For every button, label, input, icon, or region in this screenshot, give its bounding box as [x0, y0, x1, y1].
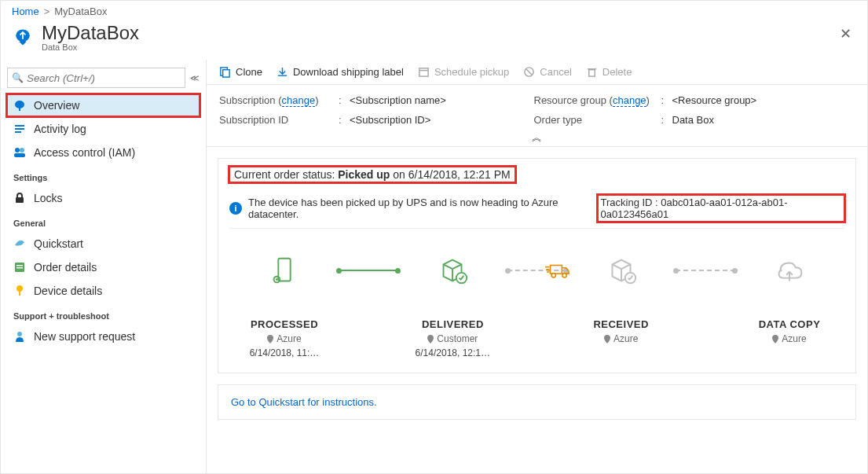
subscription-id-value: <Subscription ID>: [350, 114, 533, 126]
breadcrumb: Home > MyDataBox: [1, 1, 867, 19]
breadcrumb-current: MyDataBox: [54, 6, 107, 17]
connector: [331, 252, 405, 288]
stage-datacopy: DATA COPY Azure: [742, 252, 837, 347]
download-shipping-label-button[interactable]: Download shipping label: [277, 66, 404, 78]
sidebar-item-access-control[interactable]: Access control (IAM): [7, 141, 200, 164]
received-icon: [603, 252, 639, 288]
page-title: MyDataBox: [42, 22, 139, 44]
sidebar-item-label: Overview: [34, 99, 79, 112]
resource-group-value: <Resource group>: [672, 94, 855, 106]
info-icon: i: [229, 202, 242, 215]
toolbar-label: Delete: [602, 66, 632, 78]
download-icon: [277, 66, 288, 78]
databox-icon: [12, 26, 34, 48]
progress-stages: PROCESSED Azure 6/14/2018, 11:… DELIVERE…: [229, 229, 844, 365]
sidebar-item-label: Access control (IAM): [34, 146, 135, 159]
sidebar-item-label: Quickstart: [34, 237, 83, 250]
breadcrumb-home[interactable]: Home: [12, 6, 39, 17]
sidebar-item-label: Device details: [34, 285, 102, 297]
stage-processed: PROCESSED Azure 6/14/2018, 11:…: [237, 252, 331, 358]
schedule-pickup-button: Schedule pickup: [418, 66, 509, 78]
sidebar-item-new-support[interactable]: New support request: [7, 325, 200, 347]
svg-point-12: [16, 285, 23, 292]
svg-rect-2: [15, 125, 24, 127]
svg-rect-11: [16, 267, 23, 269]
status-info-text: The device has been picked up by UPS and…: [248, 197, 591, 220]
order-type-value: Data Box: [672, 114, 855, 126]
sidebar-item-order-details[interactable]: Order details: [7, 256, 200, 278]
sidebar-collapse-button[interactable]: ≪: [190, 73, 200, 83]
stage-delivered: DELIVERED Customer 6/14/2018, 12:1…: [405, 252, 500, 358]
svg-rect-13: [19, 291, 20, 296]
delete-button: Delete: [586, 66, 632, 78]
quickstart-icon: [13, 237, 26, 250]
svg-rect-23: [278, 259, 290, 281]
sidebar-item-overview[interactable]: Overview: [7, 94, 200, 116]
resource-group-label: Resource group: [534, 94, 607, 106]
toolbar-label: Clone: [236, 66, 262, 78]
svg-point-5: [15, 148, 20, 152]
datacopy-icon: [771, 252, 808, 288]
delivered-icon: [434, 252, 471, 288]
svg-rect-8: [16, 197, 24, 203]
access-control-icon: [13, 146, 26, 159]
subscription-label: Subscription: [219, 94, 276, 106]
tracking-id-box: Tracking ID : 0abc01a0-aa01-012a-ab01-0a…: [598, 195, 845, 222]
sidebar-section-support: Support + troubleshoot: [7, 303, 200, 324]
pin-icon: [427, 335, 434, 344]
clone-icon: [219, 66, 231, 78]
activity-log-icon: [13, 123, 26, 135]
stage-received: RECEIVED Azure: [574, 252, 668, 347]
svg-rect-16: [223, 70, 229, 77]
svg-point-14: [17, 332, 22, 336]
breadcrumb-sep: >: [44, 6, 50, 17]
svg-rect-28: [550, 266, 562, 274]
toolbar: Clone Download shipping label Schedule p…: [207, 60, 867, 85]
resource-group-change-link[interactable]: change: [613, 94, 646, 107]
svg-line-20: [526, 69, 533, 75]
svg-rect-10: [16, 265, 23, 266]
sidebar-item-device-details[interactable]: Device details: [7, 280, 200, 302]
truck-icon: [544, 263, 570, 281]
toolbar-label: Cancel: [540, 66, 571, 78]
calendar-icon: [418, 66, 430, 78]
toolbar-label: Schedule pickup: [434, 66, 509, 78]
svg-point-30: [562, 274, 566, 277]
svg-rect-7: [14, 153, 25, 157]
svg-point-29: [551, 274, 555, 277]
sidebar-item-label: Locks: [34, 192, 63, 204]
quickstart-link[interactable]: Go to Quickstart for instructions.: [231, 396, 377, 408]
support-icon: [13, 330, 26, 343]
device-details-icon: [13, 285, 26, 297]
cancel-icon: [523, 66, 535, 78]
sidebar: 🔍 ≪ Overview Activity log Access control…: [1, 60, 207, 473]
subscription-change-link[interactable]: change: [282, 94, 316, 107]
essentials-collapse-button[interactable]: ︽: [207, 129, 867, 147]
processed-icon: [266, 252, 302, 288]
cancel-button: Cancel: [523, 66, 571, 78]
sidebar-item-quickstart[interactable]: Quickstart: [7, 233, 200, 255]
sidebar-section-general: General: [7, 211, 200, 231]
svg-point-6: [20, 148, 24, 152]
order-status-line: Current order status: Picked up on 6/14/…: [229, 167, 515, 182]
clone-button[interactable]: Clone: [219, 66, 262, 78]
connector: [668, 252, 742, 288]
delete-icon: [586, 66, 598, 78]
toolbar-label: Download shipping label: [293, 66, 404, 78]
sidebar-item-activity-log[interactable]: Activity log: [7, 118, 200, 140]
essentials-pane: Subscription (change) : <Subscription na…: [207, 85, 867, 129]
pin-icon: [604, 335, 610, 344]
sidebar-item-label: Order details: [34, 261, 97, 274]
overview-icon: [13, 99, 26, 112]
quickstart-link-card: Go to Quickstart for instructions.: [218, 384, 856, 420]
sidebar-item-label: Activity log: [34, 123, 86, 135]
svg-rect-4: [15, 131, 21, 133]
sidebar-search-input[interactable]: [7, 68, 185, 88]
close-button[interactable]: ✕: [835, 22, 856, 46]
pin-icon: [267, 335, 273, 344]
svg-rect-3: [15, 128, 24, 130]
pin-icon: [772, 335, 778, 344]
search-icon: 🔍: [12, 72, 24, 83]
svg-rect-17: [419, 68, 428, 76]
sidebar-item-locks[interactable]: Locks: [7, 187, 200, 209]
